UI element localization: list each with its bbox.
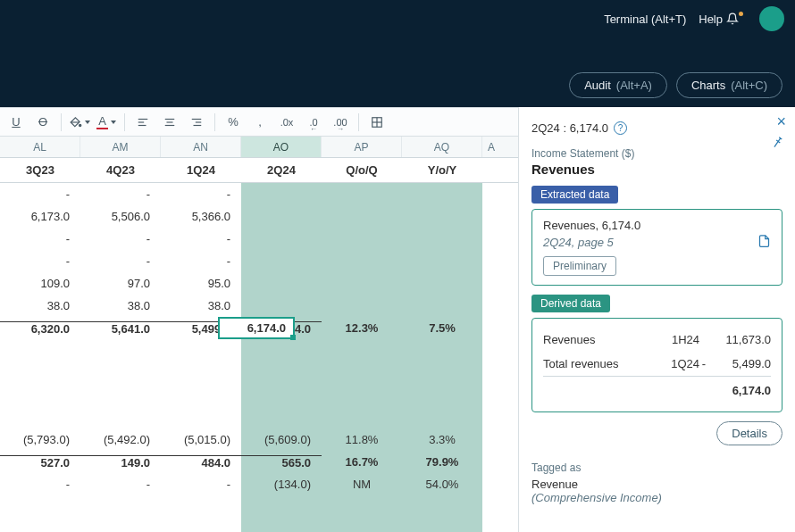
- table-row: ---: [0, 250, 518, 272]
- notification-dot-icon: [739, 12, 743, 16]
- cell[interactable]: 3.3%: [402, 433, 482, 446]
- bell-icon: [726, 12, 739, 25]
- cell[interactable]: 16.7%: [322, 455, 402, 469]
- cell[interactable]: -: [161, 232, 241, 245]
- cell[interactable]: -: [0, 478, 80, 491]
- spreadsheet: U O A % , .0x .0← .00→ AL AM AN AO AP: [0, 107, 518, 532]
- period-header: 3Q23: [0, 158, 80, 182]
- cell[interactable]: 95.0: [161, 277, 241, 290]
- derived-card: Revenues 1H24 11,673.0 Total revenues 1Q…: [531, 318, 782, 412]
- extracted-line: Revenues, 6,174.0: [543, 219, 771, 232]
- derived-period: 1Q24: [646, 357, 699, 370]
- table-row: ---: [0, 183, 518, 205]
- formatting-toolbar: U O A % , .0x .0← .00→: [0, 108, 518, 137]
- thousands-button[interactable]: ,: [247, 112, 272, 133]
- tag-revenue: Revenue: [531, 478, 782, 491]
- fill-handle[interactable]: [290, 335, 296, 340]
- cell[interactable]: 109.0: [0, 277, 80, 290]
- table-row: [0, 339, 518, 362]
- borders-button[interactable]: [364, 112, 389, 133]
- table-row: ---: [0, 228, 518, 250]
- cell[interactable]: 6,320.0: [0, 321, 80, 336]
- text-color-button[interactable]: A: [94, 112, 119, 133]
- col-letter[interactable]: A: [482, 137, 518, 157]
- cell[interactable]: -: [0, 187, 80, 201]
- strikethrough-button[interactable]: O: [30, 112, 55, 133]
- cell[interactable]: -: [161, 254, 241, 268]
- cell[interactable]: 5,366.0: [161, 210, 241, 223]
- grid-body[interactable]: ---6,173.05,506.05,366.0------109.097.09…: [0, 183, 518, 532]
- decrease-decimal-button[interactable]: .0←: [301, 112, 326, 133]
- cell[interactable]: 54.0%: [402, 478, 482, 491]
- derived-label: Revenues: [543, 333, 646, 346]
- col-letter[interactable]: AN: [161, 137, 241, 157]
- col-letter[interactable]: AL: [0, 137, 80, 157]
- cell[interactable]: 11.8%: [322, 433, 402, 446]
- table-row: [0, 384, 518, 406]
- period-header: Y/o/Y: [402, 158, 482, 182]
- panel-subtitle: Income Statement ($): [531, 147, 782, 160]
- cell[interactable]: (5,492.0): [80, 433, 161, 446]
- extracted-card[interactable]: Revenues, 6,174.0 2Q24, page 5 Prelimina…: [531, 209, 782, 286]
- close-icon[interactable]: ×: [776, 112, 786, 131]
- cell[interactable]: -: [161, 187, 241, 201]
- derived-label: Total revenues: [543, 357, 646, 370]
- cell[interactable]: (134.0): [241, 478, 322, 491]
- cell[interactable]: 5,641.0: [80, 321, 161, 336]
- help-link[interactable]: Help: [699, 12, 747, 26]
- cell[interactable]: 5,506.0: [80, 210, 161, 223]
- derived-value: 5,499.0: [708, 357, 771, 370]
- fill-color-button[interactable]: [67, 112, 92, 133]
- derived-badge: Derived data: [531, 295, 610, 312]
- cell[interactable]: (5,015.0): [161, 433, 241, 446]
- document-icon[interactable]: [757, 233, 771, 249]
- details-button[interactable]: Details: [716, 421, 782, 445]
- cell[interactable]: 149.0: [80, 455, 161, 470]
- cell[interactable]: -: [161, 478, 241, 491]
- tab-audit[interactable]: Audit (Alt+A): [569, 72, 667, 98]
- multiply-button[interactable]: .0x: [274, 112, 299, 133]
- cell[interactable]: NM: [322, 478, 402, 491]
- table-row: 38.038.038.0: [0, 295, 518, 317]
- cell[interactable]: -: [80, 187, 161, 201]
- cell[interactable]: -: [0, 232, 80, 245]
- align-left-button[interactable]: [130, 112, 155, 133]
- paint-bucket-icon: [70, 116, 82, 129]
- cell[interactable]: (5,609.0): [241, 433, 322, 446]
- cell[interactable]: -: [80, 478, 161, 491]
- cell[interactable]: 97.0: [80, 277, 161, 290]
- align-right-button[interactable]: [184, 112, 209, 133]
- cell[interactable]: -: [80, 232, 161, 245]
- derived-op: -: [699, 357, 708, 370]
- avatar[interactable]: [759, 6, 784, 31]
- cell[interactable]: 38.0: [80, 299, 161, 312]
- col-letter[interactable]: AQ: [402, 137, 482, 157]
- tab-charts[interactable]: Charts (Alt+C): [676, 72, 782, 98]
- table-row: 109.097.095.0: [0, 272, 518, 295]
- cell[interactable]: 484.0: [161, 455, 241, 470]
- cell[interactable]: 565.0: [241, 455, 322, 470]
- cell[interactable]: 12.3%: [322, 321, 402, 335]
- align-center-button[interactable]: [157, 112, 182, 133]
- increase-decimal-button[interactable]: .00→: [328, 112, 353, 133]
- selected-cell[interactable]: 6,174.0: [218, 317, 295, 339]
- percent-button[interactable]: %: [221, 112, 246, 133]
- cell[interactable]: 6,173.0: [0, 210, 80, 223]
- terminal-link[interactable]: Terminal (Alt+T): [604, 12, 686, 26]
- cell[interactable]: 38.0: [161, 299, 241, 312]
- col-letter[interactable]: AM: [80, 137, 161, 157]
- cell[interactable]: -: [0, 254, 80, 268]
- col-letter-active[interactable]: AO: [241, 137, 322, 157]
- cell[interactable]: 7.5%: [402, 321, 482, 335]
- cell[interactable]: 79.9%: [402, 455, 482, 469]
- col-letter[interactable]: AP: [322, 137, 402, 157]
- derived-value: 11,673.0: [708, 333, 771, 346]
- cell[interactable]: (5,793.0): [0, 433, 80, 446]
- help-icon[interactable]: ?: [614, 121, 627, 135]
- cell[interactable]: 527.0: [0, 455, 80, 470]
- cell[interactable]: -: [80, 254, 161, 268]
- underline-button[interactable]: U: [4, 112, 29, 133]
- align-right-icon: [190, 116, 203, 129]
- cell[interactable]: 38.0: [0, 299, 80, 312]
- cell-reference: 2Q24 : 6,174.0 ?: [531, 121, 782, 135]
